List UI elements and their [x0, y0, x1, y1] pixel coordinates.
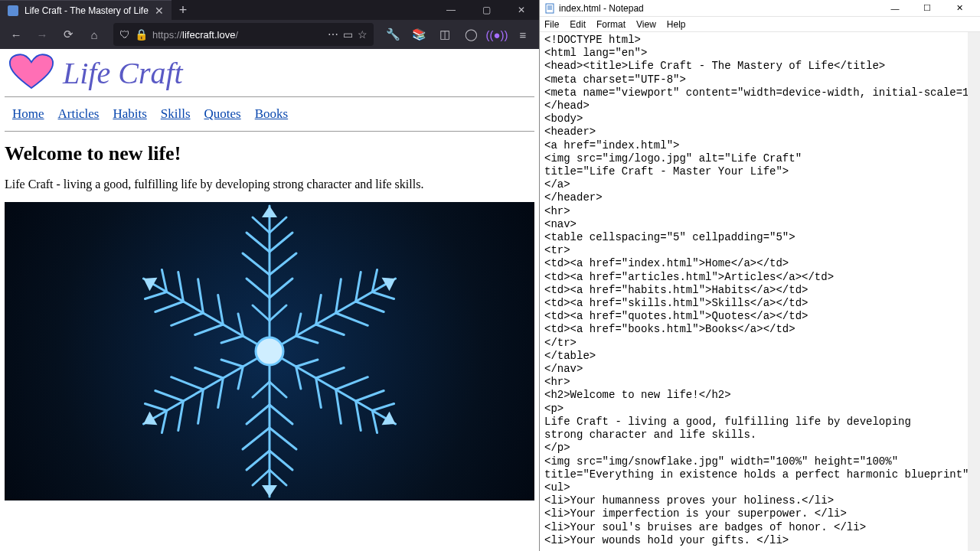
- url-path: /: [235, 29, 238, 41]
- menu-format[interactable]: Format: [596, 19, 626, 30]
- np-close-button[interactable]: ✕: [943, 0, 975, 17]
- close-tab-icon[interactable]: ✕: [155, 5, 164, 17]
- reload-button[interactable]: ⟳: [57, 23, 80, 46]
- url-host: lifecraft.love: [182, 29, 235, 41]
- browser-tab[interactable]: Life Craft - The Mastery of Life ✕: [0, 0, 172, 20]
- snowflake-image: [5, 202, 534, 500]
- svg-marker-11: [262, 206, 277, 217]
- minimize-button[interactable]: —: [433, 0, 469, 20]
- maximize-button[interactable]: ▢: [469, 0, 504, 20]
- intro-paragraph: Life Craft - living a good, fulfilling l…: [5, 178, 534, 191]
- sidebar-icon[interactable]: ◫: [433, 23, 456, 46]
- back-button[interactable]: ←: [5, 23, 28, 46]
- nav-skills[interactable]: Skills: [161, 106, 191, 122]
- notepad-menu: File Edit Format View Help: [540, 17, 980, 32]
- brand-text: Life Craft: [63, 55, 183, 91]
- divider: [5, 131, 534, 132]
- notepad-icon: [544, 3, 555, 14]
- url-bar[interactable]: 🛡 🔒 https://lifecraft.love/ ⋯ ▭ ☆: [113, 23, 374, 46]
- svg-line-9: [253, 217, 270, 233]
- menu-button[interactable]: ≡: [511, 23, 534, 46]
- more-icon[interactable]: ⋯: [328, 28, 338, 41]
- firefox-window: Life Craft - The Mastery of Life ✕ + — ▢…: [0, 0, 540, 551]
- menu-file[interactable]: File: [544, 19, 559, 30]
- svg-line-5: [243, 253, 270, 275]
- notepad-title: index.html - Notepad: [559, 3, 644, 14]
- np-minimize-button[interactable]: —: [879, 0, 911, 17]
- svg-line-3: [247, 279, 270, 298]
- svg-line-6: [270, 253, 296, 275]
- np-maximize-button[interactable]: ☐: [911, 0, 943, 17]
- shield-icon: 🛡: [119, 28, 130, 41]
- new-tab-button[interactable]: +: [172, 2, 195, 18]
- notepad-title-bar: index.html - Notepad — ☐ ✕: [540, 0, 980, 17]
- svg-rect-13: [546, 4, 554, 13]
- nav-books[interactable]: Books: [255, 106, 288, 122]
- nav-habits[interactable]: Habits: [113, 106, 146, 122]
- account-icon[interactable]: ◯: [459, 23, 482, 46]
- devtools-icon[interactable]: 🔧: [381, 23, 404, 46]
- url-protocol: https://: [152, 29, 182, 41]
- bookmark-icon[interactable]: ☆: [358, 28, 368, 41]
- tab-bar: Life Craft - The Mastery of Life ✕ + — ▢…: [0, 0, 539, 20]
- page-content: Life Craft Home Articles Habits Skills Q…: [0, 49, 539, 551]
- heart-icon: [5, 54, 58, 92]
- reader-icon[interactable]: ▭: [343, 28, 353, 41]
- lock-icon: 🔒: [135, 28, 148, 41]
- page-heading: Welcome to new life!: [5, 142, 534, 165]
- tab-title: Life Craft - The Mastery of Life: [24, 5, 149, 16]
- menu-view[interactable]: View: [636, 19, 656, 30]
- tab-favicon: [8, 5, 18, 16]
- svg-line-1: [253, 305, 270, 321]
- browser-toolbar: ← → ⟳ ⌂ 🛡 🔒 https://lifecraft.love/ ⋯ ▭ …: [0, 20, 539, 49]
- svg-line-8: [270, 233, 292, 252]
- extension-icon[interactable]: ((●)): [485, 23, 508, 46]
- site-nav: Home Articles Habits Skills Quotes Books: [5, 102, 534, 126]
- svg-point-12: [256, 337, 283, 365]
- notepad-text-area[interactable]: <!DOCTYPE html> <html lang="en"> <head><…: [540, 32, 980, 551]
- nav-quotes[interactable]: Quotes: [204, 106, 241, 122]
- forward-button[interactable]: →: [31, 23, 54, 46]
- home-button[interactable]: ⌂: [83, 23, 106, 46]
- svg-line-10: [270, 217, 286, 233]
- menu-edit[interactable]: Edit: [570, 19, 586, 30]
- close-window-button[interactable]: ✕: [504, 0, 539, 20]
- menu-help[interactable]: Help: [667, 19, 686, 30]
- svg-line-4: [270, 279, 292, 298]
- notepad-window: index.html - Notepad — ☐ ✕ File Edit For…: [540, 0, 980, 551]
- site-logo[interactable]: Life Craft: [5, 54, 534, 92]
- library-icon[interactable]: 📚: [407, 23, 430, 46]
- svg-line-2: [270, 305, 286, 321]
- nav-articles[interactable]: Articles: [58, 106, 100, 122]
- svg-line-7: [247, 233, 270, 252]
- divider: [5, 96, 534, 97]
- nav-home[interactable]: Home: [12, 106, 44, 122]
